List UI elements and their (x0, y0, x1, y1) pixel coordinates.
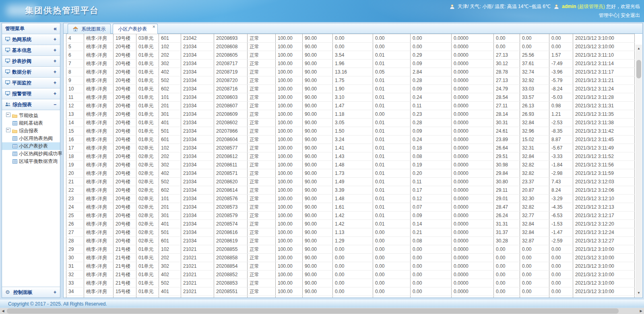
table-cell: 0.00 (520, 43, 549, 51)
user-name[interactable]: admin (562, 4, 576, 9)
sidebar-section-数据分析[interactable]: 数据分析+ (2, 67, 60, 78)
table-row[interactable]: 29桃李-洋房21号楼01单元1022102120208855正常100.009… (66, 245, 635, 254)
sidebar-section-综合报表[interactable]: 综合报表− (2, 99, 60, 110)
sidebar-item-小区热阀抄阀成功率[interactable]: 小区热阀抄阀成功率 (2, 150, 60, 158)
section-label: 热网系统 (12, 37, 31, 42)
table-cell: -1.53 (549, 220, 573, 228)
table-row[interactable]: 13桃李-洋房20号楼01单元3012103420208609正常100.009… (66, 110, 635, 119)
table-cell: 0.0000 (452, 203, 494, 211)
tab-system-diagram[interactable]: 系统图展示 (68, 24, 111, 34)
sidebar-section-平面监控[interactable]: 平面监控+ (2, 78, 60, 88)
table-row[interactable]: 24桃李-洋房20号楼02单元2012103420208573正常100.009… (66, 203, 635, 211)
table-cell: 32.74 (520, 68, 549, 76)
table-row[interactable]: 31桃李-洋房21号楼01单元3022102120208854正常100.009… (66, 262, 635, 271)
table-cell: 0.07 (411, 203, 452, 211)
logout-link[interactable]: 安全退出 (621, 12, 640, 18)
table-cell: 1.47 (333, 102, 373, 110)
sidebar-item-能耗基础表[interactable]: 能耗基础表 (2, 119, 60, 127)
table-row[interactable]: 30桃李-洋房21号楼01单元2022102120208858正常100.009… (66, 254, 635, 262)
close-icon[interactable]: × (153, 25, 155, 29)
table-cell: 正常 (248, 127, 276, 135)
table-row[interactable]: 14桃李-洋房20号楼01单元4012103420208602正常100.009… (66, 119, 635, 127)
table-cell: 21021 (181, 245, 214, 254)
sidebar-section-报警管理[interactable]: 报警管理+ (2, 88, 60, 99)
table-cell: 21034 (181, 127, 214, 135)
table-cell: 20208605 (214, 51, 248, 60)
table-cell: 01单元 (136, 119, 159, 127)
table-cell: 100.00 (276, 60, 303, 68)
table-cell: 0.00 (373, 279, 411, 287)
table-cell: 90.00 (303, 211, 333, 220)
table-cell: 301 (159, 110, 181, 119)
scroll-down-icon[interactable]: ▼ (636, 290, 642, 296)
tab-community-meter-reading[interactable]: 小区户表抄表 × (113, 24, 158, 34)
table-cell: 20号楼 (114, 195, 136, 203)
scroll-right-icon[interactable]: ▶ (638, 308, 644, 314)
scroll-up-icon[interactable]: ▲ (636, 45, 642, 52)
sidebar-section-热网系统[interactable]: 热网系统+ (2, 34, 60, 45)
table-cell: 0.00 (411, 287, 452, 296)
table-row[interactable]: 34桃李-洋房15号楼01单元4012102120208551正常100.009… (66, 287, 635, 296)
table-row[interactable]: 18桃李-洋房20号楼02单元2022103420208612正常100.009… (66, 152, 635, 161)
table-row[interactable]: 20桃李-洋房20号楼02单元4022103420208571正常100.009… (66, 169, 635, 178)
table-row[interactable]: 23桃李-洋房20号楼02单元1012103420208576正常100.009… (66, 195, 635, 203)
table-row[interactable]: 5桃李-洋房20号楼01单元1022103420208608正常100.0090… (66, 43, 635, 51)
table-row[interactable]: 19桃李-洋房20号楼02单元3022103420208611正常100.009… (66, 161, 635, 169)
tree-folder-节能收益[interactable]: 节能收益 (2, 112, 60, 119)
table-cell: 桃李-洋房 (84, 102, 114, 110)
collapse-minus-icon[interactable] (6, 128, 10, 132)
horizontal-scroll-thumb[interactable] (7, 308, 619, 314)
table-cell: 401 (159, 220, 181, 228)
collapse-minus-icon[interactable] (6, 113, 10, 117)
table-row[interactable]: 35桃李-洋房21号楼01单元6022102120208551正常100.009… (66, 296, 635, 298)
scroll-left-icon[interactable]: ◀ (0, 308, 6, 314)
table-row[interactable]: 25桃李-洋房20号楼02单元3012103420208579正常100.009… (66, 211, 635, 220)
table-cell: 正常 (248, 93, 276, 102)
sidebar-item-小区用热表热阀[interactable]: 小区用热表热阀 (2, 135, 60, 142)
table-row[interactable]: 17桃李-洋房20号楼02单元1022103420208577正常100.009… (66, 144, 635, 152)
table-row[interactable]: 27桃李-洋房20号楼02单元5012103420208616正常100.009… (66, 228, 635, 237)
table-cell: 正常 (248, 144, 276, 152)
sidebar-item-区域平衡数据查询[interactable]: 区域平衡数据查询 (2, 158, 60, 165)
table-row[interactable]: 26桃李-洋房20号楼02单元4012103420208574正常100.009… (66, 220, 635, 228)
table-row[interactable]: 11桃李-洋房20号楼01单元1012103420208603正常100.009… (66, 93, 635, 102)
table-row[interactable]: 7桃李-洋房20号楼01单元3022103420208717正常100.0090… (66, 60, 635, 68)
table-row[interactable]: 10桃李-洋房20号楼01单元6022103420208716正常100.009… (66, 85, 635, 93)
table-cell: 正常 (248, 68, 276, 76)
gear-icon: ⚙ (5, 289, 10, 295)
table-cell: 0.0000 (452, 76, 494, 85)
table-cell: 90.00 (303, 169, 333, 178)
tree-folder-综合报表[interactable]: 综合报表 (2, 127, 60, 135)
table-row[interactable]: 16桃李-洋房20号楼01单元6012103420208604正常100.009… (66, 135, 635, 144)
table-row[interactable]: 21桃李-洋房20号楼02单元5022103420208620正常100.009… (66, 178, 635, 186)
table-cell: 0.00 (333, 254, 373, 262)
table-cell: 2021/3/12 3:11:31 (573, 102, 635, 110)
table-cell: 20208611 (214, 161, 248, 169)
horizontal-scrollbar[interactable]: ◀ ▶ (0, 308, 644, 314)
table-row[interactable]: 32桃李-洋房21号楼01单元4022102120208852正常100.009… (66, 271, 635, 279)
table-cell: 0.19 (411, 161, 452, 169)
vertical-scrollbar[interactable]: ▲ ▼ (636, 45, 642, 297)
table-cell: 0.00 (520, 296, 549, 298)
table-row[interactable]: 4桃李-洋房19号楼03单元6012104220208693正常100.0090… (66, 34, 635, 43)
sidebar-item-control-panel[interactable]: ⚙ 控制面板 + (2, 287, 60, 298)
table-row[interactable]: 28桃李-洋房20号楼02单元6012103420208619正常100.009… (66, 237, 635, 245)
management-center-link[interactable]: 管理中心 (599, 12, 618, 18)
table-row[interactable]: 33桃李-洋房21号楼01单元5022102120208853正常100.009… (66, 279, 635, 287)
table-row[interactable]: 15桃李-洋房20号楼01单元5012103420207866正常100.009… (66, 127, 635, 135)
table-row[interactable]: 9桃李-洋房20号楼01单元5022103420208720正常100.0090… (66, 76, 635, 85)
table-cell: 501 (159, 127, 181, 135)
table-row[interactable]: 22桃李-洋房20号楼02单元6022103420208614正常100.009… (66, 186, 635, 195)
table-row[interactable]: 12桃李-洋房20号楼01单元2012103420208607正常100.009… (66, 102, 635, 110)
table-cell: 21034 (181, 152, 214, 161)
table-cell: 正常 (248, 178, 276, 186)
sidebar-collapse-icon[interactable]: « (54, 23, 57, 34)
table-row[interactable]: 6桃李-洋房20号楼01单元2022103420208605正常100.0090… (66, 51, 635, 60)
sidebar-item-小区户表抄表[interactable]: 小区户表抄表 (2, 142, 60, 150)
table-cell: 21034 (181, 43, 214, 51)
sidebar-section-抄表抄阀[interactable]: 抄表抄阀+ (2, 56, 60, 67)
section-label: 数据分析 (12, 69, 31, 75)
sidebar-section-基本信息[interactable]: 基本信息+ (2, 45, 60, 56)
vertical-scroll-thumb[interactable] (636, 60, 641, 78)
table-row[interactable]: 8桃李-洋房20号楼01单元4022103420208719正常100.0090… (66, 68, 635, 76)
